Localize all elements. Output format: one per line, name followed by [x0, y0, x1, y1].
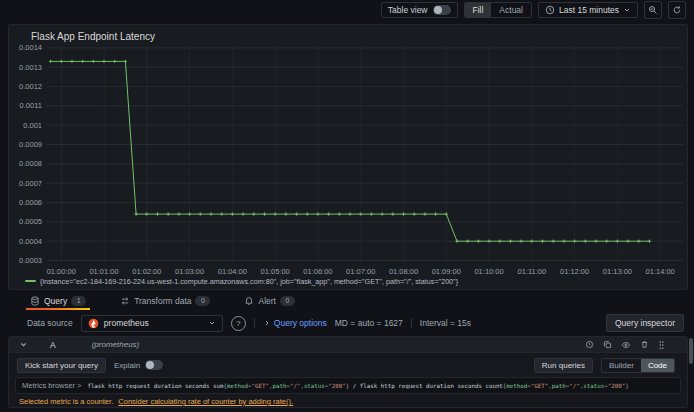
fill-button[interactable]: Fill: [465, 3, 492, 17]
eye-icon[interactable]: [621, 340, 631, 350]
panel-edit-toolbar: Table view Fill Actual Last 15 minutes: [0, 0, 694, 20]
editor-tabs: Query 1 Transform data 0 Alert 0: [0, 292, 694, 310]
chevron-right-icon: [263, 319, 271, 327]
zoom-out-button[interactable]: [644, 1, 662, 19]
builder-toggle[interactable]: Builder: [602, 359, 641, 372]
actual-button[interactable]: Actual: [491, 3, 531, 17]
refresh-icon: [672, 5, 682, 15]
kick-start-query-button[interactable]: Kick start your query: [17, 358, 106, 373]
interval-summary: Interval = 15s: [420, 318, 471, 328]
promql-expression[interactable]: flask_http_request_duration_seconds_sum{…: [87, 383, 680, 389]
query-options-label: Query options: [274, 318, 327, 328]
data-source-picker[interactable]: prometheus: [81, 315, 223, 332]
divider: [254, 318, 255, 328]
table-view-group: Table view: [381, 2, 458, 18]
datasource-help-button[interactable]: ?: [231, 316, 246, 331]
time-series-chart[interactable]: 0.00140.00130.00120.00110.0010.00090.000…: [9, 25, 687, 289]
builder-code-group: Builder Code: [601, 358, 675, 373]
tab-query[interactable]: Query 1: [26, 292, 90, 310]
transform-icon: [120, 296, 130, 306]
svg-text:0.0013: 0.0013: [19, 63, 42, 72]
svg-text:0.0007: 0.0007: [19, 179, 42, 188]
query-row-header: A (prometheus): [9, 337, 687, 353]
grafana-panel-edit-page: { "icons": { "help": "?" }, "colors": { …: [0, 0, 694, 412]
trash-icon[interactable]: [640, 340, 649, 349]
counter-warning-text: Selected metric is a counter.: [19, 397, 113, 406]
magnifier-minus-icon: [648, 5, 658, 15]
table-view-label: Table view: [388, 5, 428, 15]
legend-series-label[interactable]: {instance="ec2-184-169-216-224.us-west-1…: [40, 277, 458, 286]
query-row-actions: [585, 340, 665, 350]
latency-panel: Flask App Endpoint Latency 0.00140.00130…: [8, 24, 688, 290]
query-options-toggle[interactable]: Query options: [263, 318, 327, 328]
chart-gridlines: [47, 45, 683, 263]
tab-transform-count: 0: [195, 296, 210, 306]
svg-text:0.0012: 0.0012: [19, 82, 42, 91]
panel-title[interactable]: Flask App Endpoint Latency: [31, 31, 155, 42]
time-range-label: Last 15 minutes: [559, 5, 619, 15]
data-source-label: Data source: [27, 318, 73, 328]
tab-alert-count: 0: [280, 296, 295, 306]
svg-text:0.0006: 0.0006: [19, 198, 42, 207]
query-editor-row: A (prometheus) Kick start your query Exp…: [8, 336, 688, 408]
refresh-button[interactable]: [668, 1, 686, 19]
counter-warning-link[interactable]: Consider calculating rate of counter by …: [118, 397, 293, 406]
query-toolbar-right: Run queries Builder Code: [534, 358, 675, 373]
svg-text:0.0005: 0.0005: [19, 217, 42, 226]
clock-icon: [545, 5, 555, 15]
tab-transform-data[interactable]: Transform data 0: [116, 292, 214, 310]
question-mark-icon: ?: [236, 319, 240, 328]
history-icon[interactable]: [585, 340, 594, 349]
svg-text:0.0003: 0.0003: [19, 256, 42, 265]
divider: [411, 318, 412, 328]
time-range-picker[interactable]: Last 15 minutes: [538, 2, 638, 18]
drag-handle-icon[interactable]: [658, 340, 665, 350]
duplicate-icon[interactable]: [603, 340, 612, 349]
caret-down-icon: [208, 319, 216, 327]
explain-toggle[interactable]: [145, 360, 163, 370]
tab-alert[interactable]: Alert 0: [240, 292, 298, 310]
max-data-points-summary: MD = auto = 1627: [335, 318, 403, 328]
explain-group: Explain: [114, 360, 163, 370]
chevron-down-icon[interactable]: [19, 340, 28, 349]
prometheus-icon: [88, 318, 99, 329]
data-source-value: prometheus: [104, 318, 149, 328]
run-queries-button[interactable]: Run queries: [534, 358, 593, 373]
counter-warning: Selected metric is a counter. Consider c…: [9, 394, 687, 406]
tab-alert-label: Alert: [258, 296, 275, 306]
fill-actual-group: Fill Actual: [464, 2, 532, 18]
query-ref-id: A: [50, 340, 56, 350]
datasource-bar: Data source prometheus ? Query options M…: [0, 314, 694, 332]
svg-text:0.0008: 0.0008: [19, 159, 42, 168]
scrollbar-thumb[interactable]: [689, 338, 693, 364]
database-icon: [30, 296, 40, 306]
code-toggle[interactable]: Code: [641, 359, 674, 372]
metrics-browser-button[interactable]: Metrics browser >: [16, 380, 87, 391]
promql-editor: Metrics browser > flask_http_request_dur…: [15, 377, 681, 394]
query-inspector-button[interactable]: Query inspector: [606, 314, 684, 332]
svg-text:0.0011: 0.0011: [20, 101, 42, 110]
explain-label: Explain: [114, 361, 140, 370]
tab-query-count: 1: [71, 296, 86, 306]
svg-text:0.0014: 0.0014: [19, 43, 42, 52]
query-options-summary-row: Options Legend: Auto Format: Time series…: [9, 406, 687, 412]
query-toolbar: Kick start your query Explain Run querie…: [9, 353, 687, 374]
caret-down-icon: [623, 6, 631, 14]
svg-text:0.0004: 0.0004: [19, 237, 42, 246]
svg-text:0.001: 0.001: [23, 121, 42, 130]
tab-transform-label: Transform data: [134, 296, 191, 306]
tab-query-label: Query: [44, 296, 67, 306]
legend-series-color: [25, 280, 36, 282]
table-view-toggle[interactable]: [433, 5, 451, 15]
chart-legend: {instance="ec2-184-169-216-224.us-west-1…: [25, 275, 679, 287]
svg-text:0.0009: 0.0009: [19, 140, 42, 149]
bell-icon: [244, 296, 254, 306]
query-datasource-hint: (prometheus): [92, 340, 140, 349]
series-points: [49, 60, 651, 243]
